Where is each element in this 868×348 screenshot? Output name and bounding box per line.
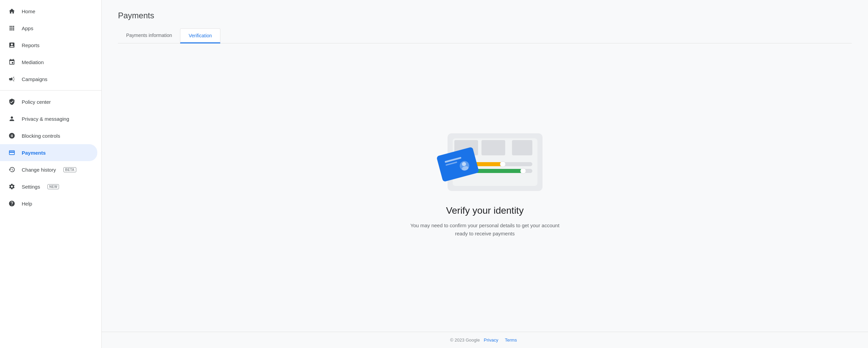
sidebar-item-privacy-label: Privacy & messaging xyxy=(22,116,69,122)
beta-badge: BETA xyxy=(63,167,76,172)
privacy-icon xyxy=(8,115,16,122)
sidebar: Home Apps Reports Mediation xyxy=(0,0,102,348)
verify-identity-title: Verify your identity xyxy=(446,205,524,216)
apps-icon xyxy=(8,24,16,32)
mediation-icon xyxy=(8,58,16,66)
terms-link[interactable]: Terms xyxy=(505,337,517,343)
tabs-container: Payments information Verification xyxy=(118,28,852,43)
sidebar-item-privacy-messaging[interactable]: Privacy & messaging xyxy=(0,110,97,127)
sidebar-divider-1 xyxy=(0,90,101,91)
verify-identity-subtitle: You may need to confirm your personal de… xyxy=(410,221,559,238)
sidebar-item-payments[interactable]: Payments xyxy=(0,144,97,161)
new-badge: NEW xyxy=(47,184,59,189)
sidebar-item-mediation[interactable]: Mediation xyxy=(0,54,97,71)
help-icon xyxy=(8,200,16,207)
sidebar-item-campaigns[interactable]: Campaigns xyxy=(0,71,97,88)
sidebar-item-settings-label: Settings xyxy=(22,184,40,190)
reports-icon xyxy=(8,41,16,49)
sidebar-item-blocking-label: Blocking controls xyxy=(22,133,60,139)
main-content: Payments Payments information Verificati… xyxy=(102,0,868,348)
blocking-icon xyxy=(8,132,16,139)
sidebar-item-policy-label: Policy center xyxy=(22,99,51,105)
sidebar-item-mediation-label: Mediation xyxy=(22,59,44,65)
svg-rect-3 xyxy=(481,140,505,155)
verification-panel: Verify your identity You may need to con… xyxy=(118,43,852,321)
copyright-text: © 2023 Google xyxy=(450,337,480,343)
sidebar-item-policy-center[interactable]: Policy center xyxy=(0,93,97,110)
sidebar-item-blocking-controls[interactable]: Blocking controls xyxy=(0,127,97,144)
history-icon xyxy=(8,166,16,173)
sidebar-item-reports[interactable]: Reports xyxy=(0,37,97,54)
sidebar-item-change-history[interactable]: Change history BETA xyxy=(0,161,97,178)
svg-rect-9 xyxy=(471,169,524,173)
tab-verification[interactable]: Verification xyxy=(180,28,220,43)
sidebar-item-home[interactable]: Home xyxy=(0,3,97,20)
home-icon xyxy=(8,7,16,15)
sidebar-item-reports-label: Reports xyxy=(22,42,40,48)
campaigns-icon xyxy=(8,75,16,83)
sidebar-item-change-history-label: Change history xyxy=(22,167,56,173)
settings-icon xyxy=(8,183,16,190)
content-area: Payments Payments information Verificati… xyxy=(102,0,868,332)
privacy-link[interactable]: Privacy xyxy=(484,337,498,343)
svg-point-8 xyxy=(500,161,506,167)
svg-rect-4 xyxy=(512,140,532,155)
sidebar-item-help-label: Help xyxy=(22,201,32,207)
sidebar-item-apps[interactable]: Apps xyxy=(0,20,97,37)
sidebar-item-payments-label: Payments xyxy=(22,150,46,156)
sidebar-item-home-label: Home xyxy=(22,8,35,14)
sidebar-item-campaigns-label: Campaigns xyxy=(22,76,47,82)
sidebar-item-settings[interactable]: Settings NEW xyxy=(0,178,97,195)
sidebar-item-help[interactable]: Help xyxy=(0,195,97,212)
policy-icon xyxy=(8,98,16,105)
footer: © 2023 Google Privacy Terms xyxy=(102,332,868,348)
payments-icon xyxy=(8,149,16,156)
svg-point-10 xyxy=(520,168,526,174)
sidebar-item-apps-label: Apps xyxy=(22,25,33,31)
verification-illustration xyxy=(420,127,549,194)
tab-payments-information[interactable]: Payments information xyxy=(118,28,180,43)
page-title: Payments xyxy=(118,11,852,20)
